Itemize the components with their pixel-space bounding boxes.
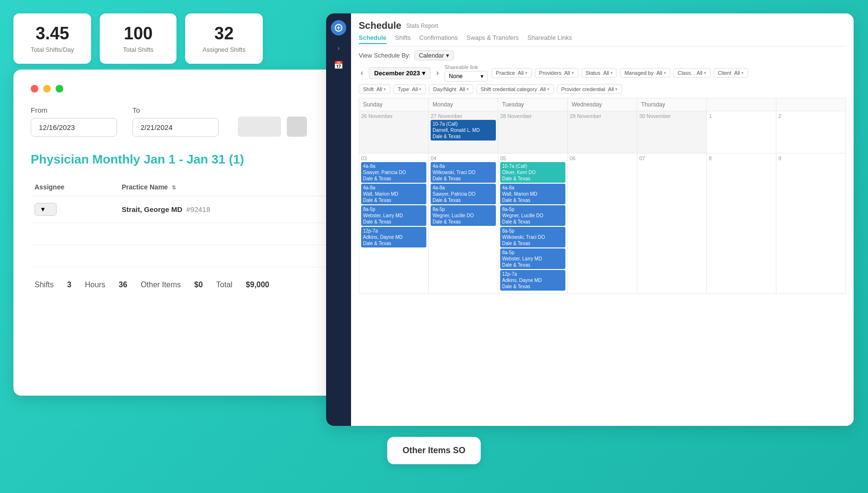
event-dec5-call[interactable]: 10-7a (Call) Oliver, Kerri DO Dale & Tex… [500,162,565,183]
event-dec4-2[interactable]: 4a-8a Sawyer, Patricia DO Dale & Texas [431,184,496,204]
date-extra-btn2[interactable] [287,117,307,137]
day-cell-nov28[interactable]: 28 November [498,111,568,153]
col-practice-name[interactable]: Practice Name ⇅ [118,178,341,196]
app-logo [331,20,346,35]
event-dec5-1[interactable]: 4a-8a Wall, Marion MD Dale & Texas [500,184,565,204]
month-selector[interactable]: December 2023 ▾ [369,67,430,79]
day-cell-dec2[interactable]: 2 [776,111,846,153]
filter-status[interactable]: Status All ▾ [581,68,617,78]
event-dec5-2[interactable]: 8a-5p Wegner, Lucille DO Dale & Texas [500,205,565,226]
right-panel: › 📅 Schedule Stats Report Schedule Shift… [326,13,854,426]
day-cell-nov30[interactable]: 30 November [637,111,707,153]
next-month-arrow[interactable]: › [434,68,441,78]
prev-month-arrow[interactable]: ‹ [359,68,365,78]
day-cell-dec9[interactable]: 9 [776,153,846,294]
view-by-dropdown[interactable]: Calendar ▾ [414,50,454,60]
sidebar-collapse-arrow[interactable]: › [338,44,340,52]
shifts-value: 3 [67,281,71,289]
event-dec5-4[interactable]: 8a-5p Webster, Larry MD Dale & Texas [500,248,565,269]
day-cell-dec6[interactable]: 06 [568,153,637,294]
filter-client[interactable]: Client All ▾ [714,68,748,78]
calendar-sidebar: › 📅 [326,13,351,426]
stat-value-assigned-shifts: 32 [202,24,246,43]
day-cell-nov27[interactable]: 27 November 10-7a (Call) Darnell, Ronald… [429,111,498,153]
day-cell-nov29[interactable]: 29 November [568,111,637,153]
left-panel: From 12/16/2023 To 2/21/2024 Physician M… [13,70,359,396]
filter-practice[interactable]: Practice All ▾ [492,68,532,78]
shareable-select[interactable]: None ▾ [445,71,488,82]
event-dec3-2[interactable]: 4a-8a Wall, Marion MD Dale & Texas [361,184,426,204]
stats-row: 3.45 Total Shifts/Day 100 Total Shifts 3… [13,13,263,64]
stat-card-shifts-per-day: 3.45 Total Shifts/Day [13,13,91,64]
filter-managed-by[interactable]: Managed by All ▾ [620,68,670,78]
day-cell-dec1[interactable]: 1 [707,111,776,153]
tab-shareable-links[interactable]: Shareable Links [528,34,572,44]
from-input[interactable]: 12/16/2023 [31,118,117,137]
total-value: $9,000 [246,281,270,289]
to-label: To [132,106,219,114]
calendar-week-2: 03 4a-8a Sawyer, Patricia DO Dale & Texa… [359,153,846,294]
filter-type[interactable]: Type All ▾ [393,84,426,94]
day-cell-dec4[interactable]: 04 4a-8a Witkowski, Traci DO Dale & Texa… [429,153,498,294]
day-header-mon: Monday [429,98,498,111]
hours-value: 36 [119,281,128,289]
day-header-wed: Wednesday [568,98,637,111]
table-row: ▼ Strait, George MD #92418 [31,196,341,223]
stat-label-total-shifts: Total Shifts [117,46,159,53]
event-nov27-1[interactable]: 10-7a (Call) Darnell, Ronald L. MD Dale … [431,120,496,141]
event-dec5-5[interactable]: 12p-7a Adkins, Dayne MD Dale & Texas [500,270,565,291]
event-dec5-3[interactable]: 8a-5p Witkowski, Traci DO Dale & Texas [500,227,565,247]
tab-swaps-transfers[interactable]: Swaps & Transfers [467,34,519,44]
event-dec4-3[interactable]: 8a-5p Wegner, Lucille DO Dale & Texas [431,205,496,226]
tab-schedule[interactable]: Schedule [359,34,387,44]
schedule-title: Schedule [359,20,401,31]
stat-value-shifts-per-day: 3.45 [31,24,74,43]
filter-providers[interactable]: Providers All ▾ [535,68,578,78]
tab-confirmations[interactable]: Confirmations [419,34,457,44]
stat-card-total-shifts: 100 Total Shifts [100,13,176,64]
day-cell-nov26[interactable]: 26 November [359,111,429,153]
other-items-so-badge: Other Items SO [387,437,481,464]
window-controls [31,85,341,93]
from-label: From [31,106,117,114]
assignee-dropdown[interactable]: ▼ [35,203,57,216]
day-cell-dec5[interactable]: 05 10-7a (Call) Oliver, Kerri DO Dale & … [498,153,568,294]
filter-day-night[interactable]: Day/Night All ▾ [429,84,473,94]
event-dec3-1[interactable]: 4a-8a Sawyer, Patricia DO Dale & Texas [361,162,426,183]
close-button[interactable] [31,85,38,93]
day-header-tue: Tuesday [498,98,568,111]
shareable-label: Shareable link [445,64,488,70]
total-label: Total [216,281,233,289]
event-dec3-3[interactable]: 8a-5p Webster, Larry MD Dale & Texas [361,205,426,226]
day-cell-dec7[interactable]: 07 [637,153,707,294]
stat-label-shifts-per-day: Total Shifts/Day [31,46,74,53]
calendar-icon[interactable]: 📅 [334,60,343,70]
filter-class[interactable]: Class. . All ▾ [673,68,711,78]
stats-report-link[interactable]: Stats Report [406,23,438,29]
day-header-fri [707,98,776,111]
event-dec4-1[interactable]: 4a-8a Witkowski, Traci DO Dale & Texas [431,162,496,183]
hours-label: Hours [85,281,106,289]
table-row-empty-2 [31,245,341,267]
event-dec3-4[interactable]: 12p-7a Adkins, Dayne MD Dale & Texas [361,227,426,247]
minimize-button[interactable] [43,85,51,93]
stat-card-assigned-shifts: 32 Assigned Shifts [185,13,263,64]
day-cell-dec3[interactable]: 03 4a-8a Sawyer, Patricia DO Dale & Texa… [359,153,429,294]
tab-shifts[interactable]: Shifts [395,34,411,44]
calendar-grid: Sunday Monday Tuesday Wednesday Thursday… [359,98,846,294]
view-by-label: View Schedule By: [359,52,411,59]
filter-bar-2: Shift All ▾ Type All ▾ Day/Night All ▾ S… [359,84,846,94]
footer-row: Shifts 3 Hours 36 Other Items $0 Total $… [31,281,341,289]
filter-chips-row1: Practice All ▾ Providers All ▾ Status Al… [492,68,748,78]
date-extra-btn1[interactable] [238,117,281,137]
other-items-label: Other Items [141,281,181,289]
filter-shift-credential-category[interactable]: Shift credential category All ▾ [476,84,554,94]
to-input[interactable]: 2/21/2024 [132,118,219,137]
stat-value-total-shifts: 100 [117,24,159,43]
day-cell-dec8[interactable]: 8 [707,153,776,294]
filter-shift[interactable]: Shift All ▾ [359,84,390,94]
col-assignee: Assignee [31,178,118,196]
filter-provider-credential[interactable]: Provider credential All ▾ [557,84,622,94]
calendar-content: Schedule Stats Report Schedule Shifts Co… [351,13,854,426]
maximize-button[interactable] [56,85,63,93]
